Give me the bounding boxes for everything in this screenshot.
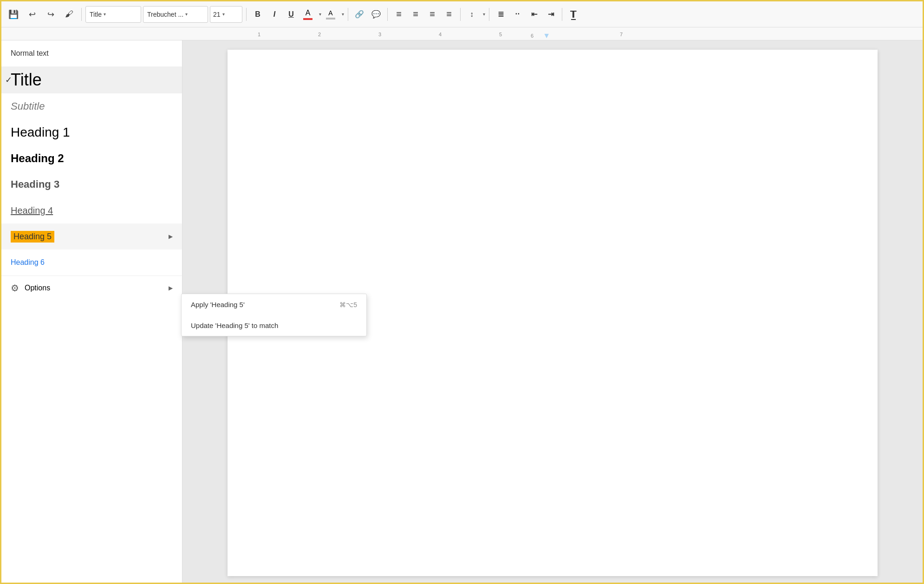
title-label: Title <box>11 70 42 90</box>
increase-indent-button[interactable]: ⇥ <box>543 7 558 22</box>
apply-heading-5-shortcut: ⌘⌥5 <box>339 301 357 308</box>
line-spacing-arrow[interactable]: ▾ <box>483 12 485 17</box>
styles-dropdown-panel: Normal text ✓ Title Subtitle Heading 1 H… <box>1 40 182 584</box>
panel-item-options[interactable]: ⚙ Options ▶ <box>1 276 182 300</box>
style-value: Title <box>90 11 102 18</box>
align-left-button[interactable]: ≡ <box>391 7 406 22</box>
subtitle-label: Subtitle <box>11 100 45 112</box>
update-heading-5-item[interactable]: Update 'Heading 5' to match <box>182 315 366 336</box>
panel-item-title[interactable]: ✓ Title <box>1 66 182 93</box>
text-color-button[interactable]: A <box>300 7 315 22</box>
heading-6-label: Heading 6 <box>11 258 45 267</box>
clear-formatting-button[interactable]: T̲ <box>566 7 581 22</box>
comment-button[interactable]: 💬 <box>369 7 384 22</box>
highlight-color-indicator <box>326 18 335 20</box>
divider-2 <box>246 8 247 21</box>
align-center-button[interactable]: ≡ <box>408 7 423 22</box>
font-value: Trebuchet ... <box>147 11 183 18</box>
numbered-list-button[interactable]: ≣ <box>493 7 508 22</box>
bold-button[interactable]: B <box>250 7 265 22</box>
ruler-numbers: 1 2 3 4 5 6 ▼ 7 <box>229 32 651 40</box>
options-arrow: ▶ <box>169 285 173 291</box>
font-dropdown-arrow: ▾ <box>185 12 188 17</box>
underline-button[interactable]: U <box>284 7 299 22</box>
align-right-button[interactable]: ≡ <box>425 7 440 22</box>
heading-5-label: Heading 5 <box>11 231 54 243</box>
text-color-label: A <box>306 9 311 17</box>
apply-heading-5-label: Apply 'Heading 5' <box>191 301 245 308</box>
ruler-mark-2: 2 <box>289 32 350 40</box>
heading-2-label: Heading 2 <box>11 152 64 165</box>
heading-4-label: Heading 4 <box>11 205 53 216</box>
save-button[interactable]: 💾 <box>5 6 22 23</box>
panel-item-subtitle[interactable]: Subtitle <box>1 93 182 119</box>
heading-5-submenu: Apply 'Heading 5' ⌘⌥5 Update 'Heading 5'… <box>181 294 367 336</box>
redo-button[interactable]: ↪ <box>42 6 59 23</box>
ruler-mark-3: 3 <box>350 32 410 40</box>
font-dropdown[interactable]: Trebuchet ... ▾ <box>143 6 208 23</box>
decrease-indent-button[interactable]: ⇤ <box>527 7 541 22</box>
panel-item-heading-5[interactable]: Heading 5 ▶ <box>1 223 182 249</box>
panel-item-heading-4[interactable]: Heading 4 <box>1 197 182 223</box>
ruler-mark-1: 1 <box>229 32 289 40</box>
divider-3 <box>348 8 348 21</box>
divider-6 <box>489 8 489 21</box>
ruler-mark-7: 7 <box>591 32 651 40</box>
normal-text-label: Normal text <box>11 49 49 58</box>
undo-button[interactable]: ↩ <box>24 6 40 23</box>
heading-5-arrow: ▶ <box>169 233 173 240</box>
size-dropdown[interactable]: 21 ▾ <box>210 6 242 23</box>
style-dropdown-arrow: ▾ <box>104 12 106 17</box>
ruler-mark-5: 5 <box>470 32 531 40</box>
title-checkmark: ✓ <box>5 75 12 85</box>
paint-format-button[interactable]: 🖌 <box>61 6 78 23</box>
highlight-button[interactable]: A <box>323 7 338 22</box>
update-heading-5-label: Update 'Heading 5' to match <box>191 322 278 329</box>
size-dropdown-arrow: ▾ <box>222 12 225 17</box>
text-color-arrow[interactable]: ▾ <box>319 12 321 17</box>
divider-7 <box>562 8 562 21</box>
main-area: Normal text ✓ Title Subtitle Heading 1 H… <box>1 40 923 584</box>
gear-icon: ⚙ <box>11 282 19 294</box>
panel-item-heading-1[interactable]: Heading 1 <box>1 119 182 145</box>
panel-item-normal-text[interactable]: Normal text <box>1 40 182 66</box>
bulleted-list-button[interactable]: ⋅⋅ <box>510 7 525 22</box>
link-button[interactable]: 🔗 <box>352 7 367 22</box>
line-spacing-button[interactable]: ↕ <box>464 7 479 22</box>
size-value: 21 <box>213 11 221 18</box>
text-color-indicator <box>303 18 312 20</box>
ruler-mark-4: 4 <box>410 32 470 40</box>
style-dropdown[interactable]: Title ▾ <box>85 6 141 23</box>
align-justify-button[interactable]: ≡ <box>442 7 456 22</box>
highlight-arrow[interactable]: ▾ <box>342 12 344 17</box>
divider-4 <box>387 8 388 21</box>
panel-item-heading-2[interactable]: Heading 2 <box>1 145 182 171</box>
panel-item-heading-3[interactable]: Heading 3 <box>1 171 182 197</box>
heading-3-label: Heading 3 <box>11 178 59 190</box>
ruler-mark-6: 6 ▼ <box>531 32 591 40</box>
italic-button[interactable]: I <box>267 7 282 22</box>
ruler: 1 2 3 4 5 6 ▼ 7 <box>1 27 923 40</box>
divider-5 <box>460 8 461 21</box>
divider-1 <box>81 8 82 21</box>
highlight-label: A <box>328 9 332 17</box>
heading-1-label: Heading 1 <box>11 125 70 140</box>
panel-item-heading-6[interactable]: Heading 6 <box>1 249 182 276</box>
options-label: Options <box>25 284 50 292</box>
toolbar: 💾 ↩ ↪ 🖌 Title ▾ Trebuchet ... ▾ 21 ▾ B I… <box>1 1 923 27</box>
apply-heading-5-item[interactable]: Apply 'Heading 5' ⌘⌥5 <box>182 294 366 315</box>
